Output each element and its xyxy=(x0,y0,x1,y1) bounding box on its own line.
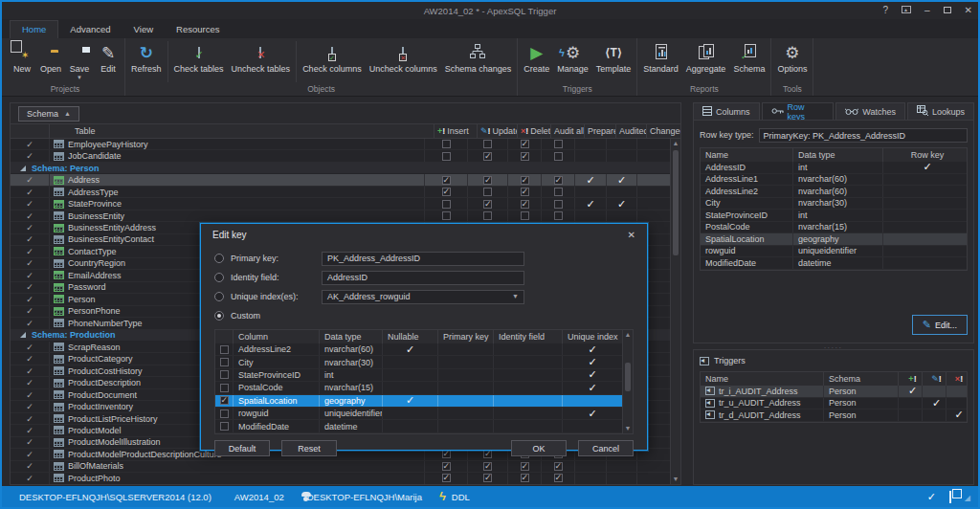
checkbox[interactable] xyxy=(521,462,529,471)
column-include-checkbox[interactable] xyxy=(215,420,233,432)
tab-lookups[interactable]: Lookups xyxy=(907,102,974,120)
dialog-column-row[interactable]: SpatialLocationgeography✓ xyxy=(215,395,622,408)
unique-index-es-field[interactable]: AK_Address_rowguid▼ xyxy=(322,290,524,304)
row-included-check[interactable]: ✓ xyxy=(11,389,49,400)
checkbox[interactable] xyxy=(220,409,229,418)
dialog-column-row[interactable]: StateProvinceIDint✓ xyxy=(215,369,622,382)
delete-checkbox[interactable] xyxy=(507,473,541,483)
maximize-icon[interactable] xyxy=(944,6,951,15)
row-included-check[interactable]: ✓ xyxy=(11,461,49,472)
row-included-check[interactable]: ✓ xyxy=(11,222,49,232)
radio-custom[interactable] xyxy=(214,311,224,321)
update-checkbox[interactable] xyxy=(467,473,507,483)
checkbox[interactable] xyxy=(554,474,563,482)
rowkeys-row[interactable]: rowguiduniqueidentifier xyxy=(701,246,967,258)
dialog-header-nullable[interactable]: Nullable xyxy=(382,330,437,343)
row-included-check[interactable]: ✓ xyxy=(11,234,49,245)
audit-all-checkbox[interactable] xyxy=(541,150,574,161)
ribbon-button-open[interactable]: Open xyxy=(36,39,65,84)
checkbox[interactable] xyxy=(220,396,229,405)
row-included-check[interactable]: ✓ xyxy=(11,187,49,197)
ribbon-tab-advanced[interactable]: Advanced xyxy=(58,21,122,38)
ribbon-button-standard[interactable]: Standard xyxy=(639,39,682,84)
ribbon-button-refresh[interactable]: ↻Refresh xyxy=(127,39,166,84)
tables-header-update[interactable]: ✎!Update xyxy=(477,124,517,138)
checkbox[interactable] xyxy=(483,140,492,148)
column-include-checkbox[interactable] xyxy=(215,395,233,407)
audit-all-checkbox[interactable] xyxy=(541,187,574,197)
tab-row-keys[interactable]: Row keys xyxy=(762,102,835,120)
rowkeys-header-row-key[interactable]: Row key xyxy=(882,148,967,162)
ribbon-button-template[interactable]: ⟨T⟩Template xyxy=(592,39,635,84)
checkbox[interactable] xyxy=(442,188,451,196)
ribbon-pin-icon[interactable] xyxy=(902,6,911,15)
scroll-up-icon[interactable]: ▲ xyxy=(671,139,680,148)
column-include-checkbox[interactable] xyxy=(215,356,233,367)
tab-watches[interactable]: Watches xyxy=(835,102,905,120)
ribbon-tab-view[interactable]: View xyxy=(122,21,165,38)
checkbox[interactable] xyxy=(521,211,529,220)
delete-checkbox[interactable] xyxy=(507,139,541,149)
checkbox[interactable] xyxy=(521,474,529,482)
rowkeys-row[interactable]: SpatialLocationgeography xyxy=(701,233,967,246)
update-checkbox[interactable] xyxy=(467,198,507,209)
audit-all-checkbox[interactable] xyxy=(541,198,574,209)
rowkeys-header-name[interactable]: Name xyxy=(701,148,792,162)
dialog-header-data-type[interactable]: Data type xyxy=(319,330,382,343)
checkbox[interactable] xyxy=(483,176,492,185)
dialog-column-row[interactable]: PostalCodenvarchar(15)✓ xyxy=(215,382,622,394)
row-included-check[interactable]: ✓ xyxy=(11,377,49,387)
checkbox[interactable] xyxy=(521,152,529,161)
ribbon-button-check-columns[interactable]: ✓Check columns xyxy=(299,39,366,84)
audit-all-checkbox[interactable] xyxy=(541,461,574,472)
checkbox[interactable] xyxy=(220,384,229,392)
insert-checkbox[interactable] xyxy=(424,139,467,149)
identity-field-field[interactable]: AddressID xyxy=(322,271,524,285)
insert-checkbox[interactable] xyxy=(424,198,467,209)
table-row[interactable]: ✓AddressType xyxy=(11,187,671,198)
scroll-up-icon[interactable]: ▲ xyxy=(623,330,633,340)
update-checkbox[interactable] xyxy=(467,187,507,197)
table-row[interactable]: ✓StateProvince✓✓ xyxy=(11,198,671,210)
checkbox[interactable] xyxy=(220,345,229,354)
row-included-check[interactable]: ✓ xyxy=(11,150,49,161)
dialog-header-identity-field[interactable]: Identity field xyxy=(493,330,562,343)
checkbox[interactable] xyxy=(442,474,451,482)
table-row[interactable]: ✓ProductPhoto xyxy=(11,473,671,484)
radio-identity-field[interactable] xyxy=(214,273,224,282)
table-row[interactable]: ✓JobCandidate xyxy=(11,150,671,162)
checkbox[interactable] xyxy=(220,358,229,366)
checkbox[interactable] xyxy=(554,462,563,471)
table-row[interactable]: ✓BillOfMaterials xyxy=(11,461,671,473)
chevron-down-icon[interactable]: ▼ xyxy=(512,291,519,302)
trigger-row[interactable]: tr_i_AUDIT_AddressPerson✓ xyxy=(701,386,967,398)
row-included-check[interactable]: ✓ xyxy=(11,413,49,424)
tables-vertical-scrollbar[interactable]: ▲ ▼ xyxy=(670,139,680,484)
triggers-header-name[interactable]: Name xyxy=(701,372,823,386)
table-row[interactable]: ✓BusinessEntity xyxy=(11,210,671,222)
scrollbar-thumb[interactable] xyxy=(625,363,631,391)
schema-group-row[interactable]: Schema: Person xyxy=(11,163,671,174)
row-included-check[interactable]: ✓ xyxy=(11,306,49,317)
minimize-icon[interactable]: – xyxy=(924,6,930,15)
checkbox[interactable] xyxy=(442,152,451,161)
radio-primary-key[interactable] xyxy=(214,254,224,263)
triggers-header-delete[interactable]: ×! xyxy=(946,372,967,386)
ribbon-button-aggregate[interactable]: Aggregate xyxy=(682,39,730,84)
checkbox[interactable] xyxy=(483,462,492,471)
ribbon-button-check-tables[interactable]: ✓Check tables xyxy=(170,39,228,84)
ribbon-button-uncheck-tables[interactable]: ✕Uncheck tables xyxy=(228,39,295,84)
checkbox[interactable] xyxy=(521,176,529,185)
table-row[interactable]: ✓EmployeePayHistory xyxy=(11,139,671,150)
checkbox[interactable] xyxy=(554,152,563,161)
checkbox[interactable] xyxy=(442,200,451,209)
checkbox[interactable] xyxy=(442,140,451,148)
tables-header-changed[interactable]: Changed xyxy=(646,124,680,138)
update-checkbox[interactable] xyxy=(467,174,507,185)
dialog-header-primary-key[interactable]: Primary key xyxy=(437,330,493,343)
insert-checkbox[interactable] xyxy=(424,461,467,472)
dialog-column-row[interactable]: Citynvarchar(30)✓ xyxy=(215,356,622,368)
ribbon-button-options[interactable]: ⚙Options xyxy=(773,39,811,84)
row-included-check[interactable]: ✓ xyxy=(11,365,49,376)
tables-header-insert[interactable]: +!Insert xyxy=(434,124,477,138)
